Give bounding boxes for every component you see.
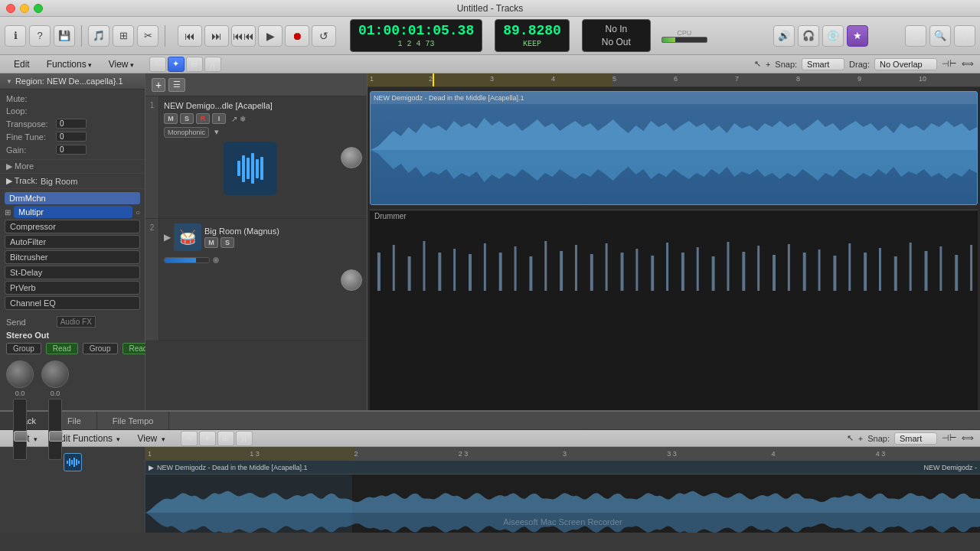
mute-btn-1[interactable]: M: [164, 113, 178, 124]
eraser-tool[interactable]: ⟩|: [204, 57, 221, 72]
bottom-section: Track File File Tempo Edit ▾ Edit Functi…: [0, 410, 980, 533]
list-view-button[interactable]: ☰: [168, 78, 185, 92]
arrange-track-2: Drummer: [368, 210, 980, 410]
track-2-vol-fill: [165, 258, 196, 262]
bottom-arrange-area: 1 1 3 2 2 3 3 3 3 4 4 3 ▶ NEW Demigodz -…: [145, 447, 980, 533]
headphone-button[interactable]: 🎧: [798, 25, 819, 47]
group-btn-1[interactable]: Group: [6, 343, 41, 354]
loop-button[interactable]: ↺: [312, 25, 336, 47]
plugin-drmmchn[interactable]: DrmMchn: [5, 192, 140, 204]
add-track-button[interactable]: +: [152, 78, 165, 92]
track-2-vol-slider[interactable]: [164, 257, 210, 263]
pencil-tool[interactable]: ✦: [168, 57, 185, 72]
group-btn-2[interactable]: Group: [83, 343, 118, 354]
plugin-compressor[interactable]: Compressor: [5, 220, 140, 233]
plugin-bitcrusher[interactable]: Bitcrusher: [5, 250, 140, 264]
menu-item-view[interactable]: View▾: [101, 57, 142, 71]
track-name-label: Big Room: [41, 177, 77, 186]
rewind-button[interactable]: ⏮: [178, 25, 202, 47]
plugin-autofilter[interactable]: AutoFilter: [5, 235, 140, 249]
playhead[interactable]: [433, 73, 434, 87]
transpose-value[interactable]: 0: [56, 119, 87, 129]
track-1-pan[interactable]: [341, 147, 362, 168]
play-button[interactable]: ▶: [258, 25, 283, 47]
mono-arrow[interactable]: ▾: [214, 127, 219, 136]
plugin-stdelay[interactable]: St-Delay: [5, 266, 140, 279]
go-start-button[interactable]: ⏮⏮: [231, 25, 256, 47]
bottom-menu-view[interactable]: View ▾: [129, 432, 172, 445]
record-button[interactable]: ⏺: [285, 25, 309, 47]
scissors-button[interactable]: ✂: [137, 25, 158, 47]
arrange-button[interactable]: ⊞: [905, 25, 926, 47]
fast-forward-button[interactable]: ⏭: [204, 25, 229, 47]
svg-rect-2: [408, 256, 411, 291]
bottom-pointer-tool[interactable]: ✎: [181, 431, 198, 446]
fader-1-handle[interactable]: [14, 431, 28, 442]
info-button[interactable]: ℹ: [5, 25, 26, 47]
knob-2[interactable]: [41, 360, 69, 388]
menu-item-edit[interactable]: Edit: [6, 57, 38, 71]
rec-btn-1[interactable]: R: [196, 113, 210, 124]
fader-1[interactable]: [13, 399, 27, 460]
track-label: ▶ Track:: [6, 176, 38, 186]
plugin-prverb[interactable]: PrVerb: [5, 281, 140, 295]
drummer-waveform: [370, 222, 978, 298]
audio-clip-1[interactable]: NEW Demigodz - Dead in the Middle [Acape…: [370, 91, 978, 205]
menu-item-functions[interactable]: Functions▾: [39, 57, 100, 71]
search-button[interactable]: 🔍: [929, 25, 951, 47]
finetune-value[interactable]: 0: [56, 132, 87, 142]
bottom-tool-3[interactable]: ⊞: [217, 431, 234, 446]
track-2-pan[interactable]: [213, 257, 219, 263]
plugin-multipr[interactable]: Multipr: [14, 206, 132, 218]
plugin-channeleq[interactable]: Channel EQ: [5, 296, 140, 310]
bottom-waveform-track[interactable]: ▶ NEW Demigodz - Dead in the Middle [Aca…: [145, 461, 980, 533]
solo-btn-1[interactable]: S: [180, 113, 194, 124]
more-section[interactable]: ▶ More: [0, 160, 145, 174]
track-2-pan-knob[interactable]: [341, 269, 362, 291]
audio-button[interactable]: 🔊: [773, 25, 795, 47]
knob-1[interactable]: [6, 360, 34, 388]
fader-2[interactable]: [48, 399, 62, 460]
fader-2-handle[interactable]: [49, 431, 63, 442]
input-btn-1[interactable]: I: [212, 113, 226, 124]
minimize-button[interactable]: [20, 4, 29, 13]
track-section[interactable]: ▶ Track: Big Room: [0, 174, 145, 189]
tool-palette: ✎ ✦ ⊞ ⟩|: [149, 57, 221, 72]
read-btn-1[interactable]: Read: [46, 343, 78, 354]
drag-dropdown[interactable]: No Overlap Overlap: [874, 58, 937, 70]
svg-rect-31: [848, 243, 851, 291]
mono-badge: Monophonic: [164, 127, 209, 138]
share-button[interactable]: ⤴: [954, 25, 975, 47]
help-button[interactable]: ?: [29, 25, 51, 47]
bottom-pencil-tool[interactable]: ✦: [199, 431, 216, 446]
disk-button[interactable]: 💿: [822, 25, 844, 47]
track-2-name-section: Big Room (Magnus) M S: [204, 227, 279, 248]
mixer-button[interactable]: ⊞: [113, 25, 134, 47]
solo-btn-2[interactable]: S: [220, 237, 234, 248]
svg-rect-38: [955, 255, 958, 291]
b-ruler-2: 2: [354, 450, 358, 458]
mute-btn-2[interactable]: M: [204, 237, 218, 248]
scissors-tool[interactable]: ⊞: [186, 57, 203, 72]
atmos-button[interactable]: ★: [847, 25, 868, 47]
gain-value[interactable]: 0: [56, 145, 87, 155]
svg-rect-20: [681, 253, 684, 291]
svg-rect-39: [970, 245, 972, 291]
svg-rect-0: [377, 253, 381, 291]
bottom-ruler: 1 1 3 2 2 3 3 3 3 4 4 3: [145, 447, 980, 461]
play-btn-2[interactable]: ▶: [164, 232, 171, 243]
close-button[interactable]: [6, 4, 15, 13]
region-triangle: ▼: [6, 78, 12, 85]
tab-file-tempo[interactable]: File Tempo: [97, 412, 170, 429]
save-button[interactable]: 💾: [54, 25, 75, 47]
pointer-tool[interactable]: ✎: [149, 57, 166, 72]
maximize-button[interactable]: [34, 4, 43, 13]
drummer-clip[interactable]: Drummer: [370, 210, 978, 410]
svg-rect-42: [71, 460, 73, 465]
snap-dropdown[interactable]: Smart Bar Beat Off: [802, 58, 844, 70]
svg-rect-34: [894, 256, 897, 291]
bottom-tool-4[interactable]: ⟩|: [236, 431, 253, 446]
bottom-snap-dropdown[interactable]: Smart Bar Beat: [894, 432, 937, 445]
menu-bar: Edit Functions▾ View▾ ✎ ✦ ⊞ ⟩| ↖ + Snap:…: [0, 55, 980, 73]
metronome-button[interactable]: 🎵: [88, 25, 109, 47]
